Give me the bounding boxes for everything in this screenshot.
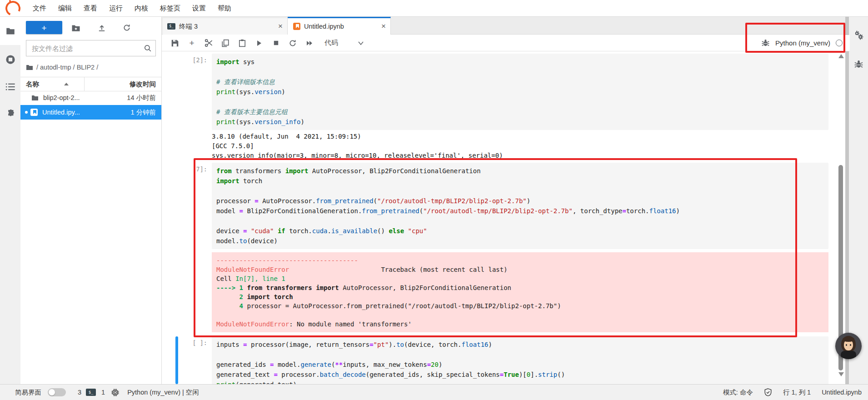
code-cell-sys-version[interactable]: import sys # 查看详细版本信息print(sys.version) … bbox=[212, 54, 828, 130]
close-icon[interactable]: × bbox=[381, 22, 386, 31]
file-modified: 14 小时前 bbox=[127, 94, 156, 102]
insert-cell-button[interactable]: + bbox=[186, 37, 198, 49]
file-row-blip2-folder[interactable]: blip2-opt-2... 14 小时前 bbox=[20, 90, 161, 105]
new-folder-button[interactable] bbox=[70, 23, 81, 33]
tab-label: 终端 3 bbox=[179, 22, 198, 31]
avatar-eye bbox=[846, 344, 847, 346]
notebook-icon bbox=[293, 23, 300, 30]
menu-edit[interactable]: 编辑 bbox=[52, 0, 78, 16]
file-browser-panel: + / autodl-tmp / BLIP2 / 名称 修改时间 bbox=[20, 17, 162, 384]
simple-interface-toggle[interactable] bbox=[48, 388, 66, 396]
input-prompt: [2]: bbox=[162, 56, 207, 64]
kernel-name[interactable]: Python (my_venv) bbox=[775, 39, 830, 47]
terminals-count[interactable]: 3 bbox=[78, 389, 81, 396]
save-button[interactable] bbox=[169, 37, 181, 49]
kernel-chip-icon bbox=[111, 389, 119, 396]
gears-icon bbox=[853, 30, 864, 40]
filename-filter-input[interactable] bbox=[31, 40, 146, 56]
restart-kernel-button[interactable] bbox=[287, 37, 299, 49]
simple-interface-label: 简易界面 bbox=[15, 388, 41, 397]
code-cell-generate[interactable]: inputs = processor(image, return_tensors… bbox=[212, 336, 828, 384]
stop-circle-icon bbox=[5, 55, 15, 65]
menu-settings[interactable]: 设置 bbox=[186, 0, 212, 16]
tab-untitled-ipynb[interactable]: Untitled.ipynb × bbox=[288, 17, 391, 35]
column-divider bbox=[84, 77, 85, 91]
menu-file[interactable]: 文件 bbox=[27, 0, 52, 16]
file-modified: 1 分钟前 bbox=[130, 108, 156, 117]
scrollbar-down-icon[interactable] bbox=[838, 372, 844, 376]
breadcrumb[interactable]: / autodl-tmp / BLIP2 / bbox=[26, 61, 98, 73]
sort-ascending-icon bbox=[64, 83, 69, 85]
close-icon[interactable]: × bbox=[278, 22, 283, 31]
avatar-eye bbox=[850, 344, 851, 346]
cut-cells-button[interactable] bbox=[203, 37, 215, 49]
copy-cells-button[interactable] bbox=[219, 37, 231, 49]
interrupt-kernel-button[interactable] bbox=[270, 37, 282, 49]
column-name[interactable]: 名称 bbox=[26, 80, 39, 89]
cell-type-value: 代码 bbox=[324, 39, 338, 47]
right-sidebar bbox=[849, 17, 868, 384]
active-filename: Untitled.ipynb bbox=[822, 389, 862, 396]
run-cell-button[interactable] bbox=[253, 37, 265, 49]
notebook-panel: [2]: import sys # 查看详细版本信息print(sys.vers… bbox=[162, 51, 850, 384]
sidebar-tab-running[interactable] bbox=[0, 50, 20, 70]
avatar-body bbox=[841, 351, 856, 359]
breadcrumb-path: / autodl-tmp / BLIP2 / bbox=[36, 64, 98, 71]
kernel-indicator: Python (my_venv) bbox=[761, 39, 850, 47]
assistant-avatar[interactable] bbox=[835, 333, 862, 359]
cell-type-dropdown[interactable]: 代码 bbox=[324, 39, 364, 47]
kernel-status-text[interactable]: Python (my_venv) | 空闲 bbox=[127, 388, 199, 397]
folder-icon bbox=[6, 27, 15, 35]
avatar-bangs bbox=[843, 337, 854, 342]
sidebar-tab-files[interactable] bbox=[0, 21, 20, 41]
filename-filter bbox=[26, 40, 156, 56]
trust-shield-icon bbox=[764, 388, 772, 396]
menu-kernel[interactable]: 内核 bbox=[129, 0, 154, 16]
left-sidebar bbox=[0, 17, 20, 384]
status-bar-right: 模式: 命令 行 1, 列 1 Untitled.ipynb bbox=[712, 388, 868, 397]
panel-resizer[interactable] bbox=[845, 17, 849, 384]
toggle-knob bbox=[49, 389, 55, 395]
menubar: 文件 编辑 查看 运行 内核 标签页 设置 帮助 bbox=[0, 0, 868, 17]
menu-view[interactable]: 查看 bbox=[78, 0, 103, 16]
scrollbar-up-icon[interactable] bbox=[838, 54, 844, 58]
menu-run[interactable]: 运行 bbox=[103, 0, 129, 16]
autodl-logo-icon bbox=[3, 0, 22, 18]
input-prompt: [7]: bbox=[162, 165, 207, 173]
menu-tabs[interactable]: 标签页 bbox=[154, 0, 186, 16]
menu-help[interactable]: 帮助 bbox=[212, 0, 237, 16]
home-folder-icon bbox=[26, 64, 33, 70]
folder-icon bbox=[31, 95, 39, 101]
chevron-down-icon bbox=[357, 41, 364, 45]
upload-button[interactable] bbox=[96, 23, 107, 33]
debugger-bug-icon[interactable] bbox=[761, 39, 770, 47]
refresh-button[interactable] bbox=[121, 23, 132, 33]
mode-indicator: 模式: 命令 bbox=[723, 388, 753, 397]
tab-terminal-3[interactable]: $_ 终端 3 × bbox=[163, 18, 288, 35]
terminal-icon: $_ bbox=[86, 389, 96, 396]
notebook-file-icon bbox=[30, 109, 38, 116]
restart-and-run-all-button[interactable] bbox=[304, 37, 315, 49]
file-name: Untitled.ipy... bbox=[42, 109, 80, 116]
code-cell-transformers-import[interactable]: from transformers import AutoProcessor, … bbox=[212, 163, 828, 249]
search-icon bbox=[144, 44, 152, 52]
list-icon bbox=[5, 82, 15, 91]
cell-error-output: -------------------------------------Mod… bbox=[212, 252, 828, 332]
file-row-untitled-notebook[interactable]: Untitled.ipy... 1 分钟前 bbox=[20, 105, 161, 120]
sidebar-tab-debugger[interactable] bbox=[849, 54, 868, 74]
sidebar-tab-extensions[interactable] bbox=[0, 104, 20, 124]
new-launcher-button[interactable]: + bbox=[26, 21, 62, 34]
sidebar-tab-property-inspector[interactable] bbox=[849, 25, 868, 45]
file-name: blip2-opt-2... bbox=[43, 94, 80, 101]
kernels-count[interactable]: 1 bbox=[101, 389, 105, 396]
paste-cells-button[interactable] bbox=[236, 37, 248, 49]
sidebar-tab-toc[interactable] bbox=[0, 77, 20, 97]
column-modified[interactable]: 修改时间 bbox=[130, 80, 156, 89]
kernel-status-idle-icon bbox=[836, 40, 843, 46]
bug-icon bbox=[854, 60, 863, 69]
notebook-toolbar: + 代码 bbox=[162, 35, 850, 51]
unsaved-dot-icon bbox=[25, 111, 28, 114]
cell-output-text: 3.8.10 (default, Jun 4 2021, 15:09:15)[G… bbox=[212, 132, 503, 160]
file-list-header: 名称 修改时间 bbox=[20, 77, 161, 91]
cursor-position[interactable]: 行 1, 列 1 bbox=[783, 388, 811, 397]
